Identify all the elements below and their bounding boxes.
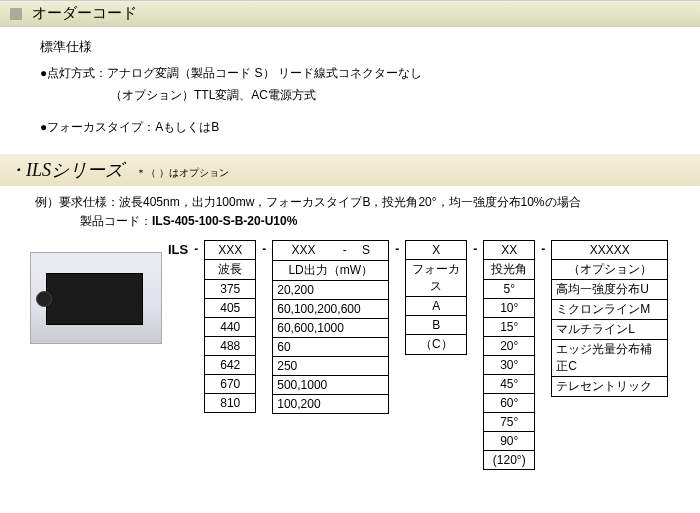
wl-r4: 642: [205, 356, 256, 375]
spec-line-1: ●点灯方式：アナログ変調（製品コード S） リード線式コネクターなし: [40, 63, 660, 85]
an-r8: 90°: [484, 432, 535, 451]
op-r3: エッジ光量分布補正C: [552, 340, 668, 377]
code-tables: ILS - XXX 波長 375 405 440 488 642 670 810…: [0, 240, 700, 470]
an-r4: 30°: [484, 356, 535, 375]
dash-2: -: [262, 240, 266, 256]
wl-r2: 440: [205, 318, 256, 337]
op-r2: マルチラインL: [552, 320, 668, 340]
an-r9: (120°): [484, 451, 535, 470]
dash-3: -: [395, 240, 399, 256]
dash-5: -: [541, 240, 545, 256]
an-h1: XX: [484, 241, 535, 260]
dash-1: -: [194, 240, 198, 256]
fc-r2: （C）: [406, 335, 467, 355]
spec-line-3: ●フォーカスタイプ：AもしくはB: [40, 117, 660, 139]
an-r1: 10°: [484, 299, 535, 318]
an-r6: 60°: [484, 394, 535, 413]
an-r0: 5°: [484, 280, 535, 299]
an-r3: 20°: [484, 337, 535, 356]
header-square-icon: [10, 8, 22, 20]
wl-r0: 375: [205, 280, 256, 299]
op-h2: （オプション）: [552, 260, 668, 280]
code-prefix-label: 製品コード：: [80, 214, 152, 228]
product-image: [30, 252, 162, 344]
pw-h1: XXX - S: [273, 241, 389, 261]
example-block: 例）要求仕様：波長405nm，出力100mw，フォーカスタイプB，投光角20°，…: [0, 186, 700, 240]
angle-table: XX 投光角 5° 10° 15° 20° 30° 45° 60° 75° 90…: [483, 240, 535, 470]
pw-r1: 60,100,200,600: [273, 300, 389, 319]
standard-spec-label: 標準仕様: [40, 35, 660, 58]
series-note: ＊（ ）はオプション: [136, 167, 229, 178]
series-title: ・ILSシリーズ: [8, 160, 123, 180]
an-r2: 15°: [484, 318, 535, 337]
op-r4: テレセントリック: [552, 377, 668, 397]
op-r1: ミクロンラインM: [552, 300, 668, 320]
wl-r5: 670: [205, 375, 256, 394]
an-h2: 投光角: [484, 260, 535, 280]
section-title: オーダーコード: [32, 4, 137, 21]
section-header: オーダーコード: [0, 0, 700, 27]
pw-r0: 20,200: [273, 281, 389, 300]
pw-h2: LD出力（mW）: [273, 261, 389, 281]
spec-block: 標準仕様 ●点灯方式：アナログ変調（製品コード S） リード線式コネクターなし …: [0, 27, 700, 148]
wl-r3: 488: [205, 337, 256, 356]
wavelength-table: XXX 波長 375 405 440 488 642 670 810: [204, 240, 256, 413]
an-r5: 45°: [484, 375, 535, 394]
op-h1: XXXXX: [552, 241, 668, 260]
wl-r6: 810: [205, 394, 256, 413]
fc-h1: X: [406, 241, 467, 260]
focus-table: X フォーカス A B （C）: [405, 240, 467, 355]
pw-r6: 100,200: [273, 395, 389, 414]
wl-h1: XXX: [205, 241, 256, 260]
op-r0: 高均一強度分布U: [552, 280, 668, 300]
power-table: XXX - S LD出力（mW） 20,200 60,100,200,600 6…: [272, 240, 389, 414]
wl-r1: 405: [205, 299, 256, 318]
pw-r4: 250: [273, 357, 389, 376]
ils-prefix: ILS: [168, 240, 188, 257]
spec-line-2: （オプション）TTL変調、AC電源方式: [110, 85, 660, 107]
product-body-shape: [46, 273, 143, 325]
product-code: ILS-405-100-S-B-20-U10%: [152, 214, 297, 228]
fc-h2: フォーカス: [406, 260, 467, 297]
pw-r3: 60: [273, 338, 389, 357]
example-line-1: 例）要求仕様：波長405nm，出力100mw，フォーカスタイプB，投光角20°，…: [35, 194, 665, 211]
wl-h2: 波長: [205, 260, 256, 280]
fc-r0: A: [406, 297, 467, 316]
an-r7: 75°: [484, 413, 535, 432]
example-line-2: 製品コード：ILS-405-100-S-B-20-U10%: [80, 213, 665, 230]
pw-r2: 60,600,1000: [273, 319, 389, 338]
dash-4: -: [473, 240, 477, 256]
series-header: ・ILSシリーズ ＊（ ）はオプション: [0, 154, 700, 186]
option-table: XXXXX （オプション） 高均一強度分布U ミクロンラインM マルチラインL …: [551, 240, 668, 397]
pw-r5: 500,1000: [273, 376, 389, 395]
fc-r1: B: [406, 316, 467, 335]
